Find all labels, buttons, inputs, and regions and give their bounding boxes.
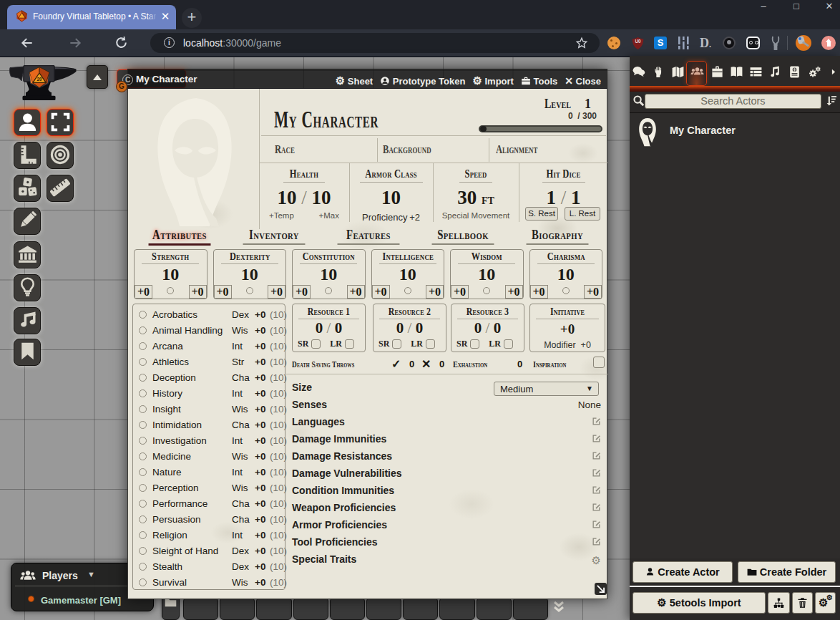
svg-text:20: 20 xyxy=(36,77,42,82)
svg-text:U0: U0 xyxy=(635,39,641,44)
